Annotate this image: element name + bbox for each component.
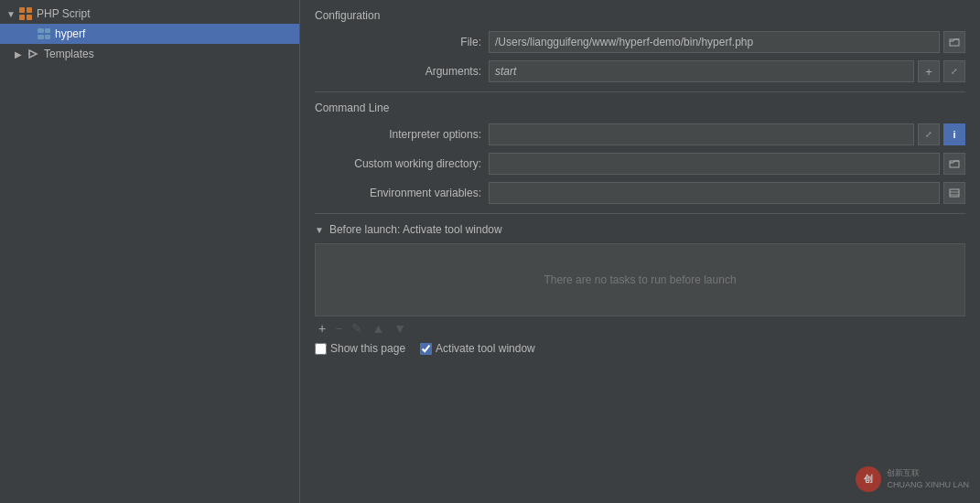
before-launch-title: Before launch: Activate tool window [329, 223, 502, 236]
show-page-checkbox[interactable] [315, 343, 327, 355]
before-launch-section: ▼ Before launch: Activate tool window Th… [315, 223, 965, 337]
env-vars-input[interactable] [489, 182, 940, 204]
interpreter-input[interactable] [489, 123, 914, 145]
svg-rect-7 [45, 35, 50, 39]
activate-tool-window-checkbox[interactable] [420, 343, 432, 355]
sidebar: ▼ PHP Script hyperf ▶ [0, 0, 300, 503]
interpreter-field: ⤢ i [489, 123, 965, 145]
config-section: Configuration File: Arguments: + ⤢ [315, 9, 965, 82]
arguments-input[interactable] [489, 60, 914, 82]
working-dir-label: Custom working directory: [315, 157, 489, 170]
activate-tool-window-label: Activate tool window [436, 342, 535, 355]
before-launch-arrow[interactable]: ▼ [315, 225, 324, 235]
before-launch-header: ▼ Before launch: Activate tool window [315, 223, 965, 236]
env-vars-row: Environment variables: [315, 182, 965, 204]
divider-1 [315, 91, 965, 92]
edit-task-button[interactable]: ✎ [348, 320, 366, 337]
config-title: Configuration [315, 9, 965, 22]
working-dir-browse-button[interactable] [943, 153, 965, 175]
working-dir-row: Custom working directory: [315, 153, 965, 175]
env-vars-edit-button[interactable] [943, 182, 965, 204]
interpreter-row: Interpreter options: ⤢ i [315, 123, 965, 145]
watermark-text: 创新互联 CHUANG XINHU LAN [887, 467, 969, 490]
file-browse-button[interactable] [943, 31, 965, 53]
main-panel: Configuration File: Arguments: + ⤢ [300, 0, 980, 503]
working-dir-input[interactable] [489, 153, 940, 175]
tree-arrow-php: ▼ [5, 8, 16, 19]
file-input[interactable] [489, 31, 940, 53]
templates-label: Templates [44, 48, 94, 60]
env-vars-field [489, 182, 965, 204]
interpreter-info-button[interactable]: i [943, 123, 965, 145]
php-script-label: PHP Script [37, 7, 90, 20]
divider-2 [315, 213, 965, 214]
file-row: File: [315, 31, 965, 53]
interpreter-expand-button[interactable]: ⤢ [918, 123, 940, 145]
svg-rect-3 [27, 15, 32, 20]
svg-rect-5 [38, 35, 44, 39]
watermark: 创 创新互联 CHUANG XINHU LAN [856, 466, 969, 492]
sidebar-item-templates[interactable]: ▶ Templates [0, 44, 299, 64]
hyperf-label: hyperf [55, 27, 85, 40]
command-line-section: Command Line Interpreter options: ⤢ i Cu… [315, 102, 965, 204]
arguments-field: + ⤢ [489, 60, 965, 82]
svg-rect-6 [45, 28, 50, 33]
env-vars-label: Environment variables: [315, 187, 489, 199]
arguments-label: Arguments: [315, 65, 489, 78]
arguments-add-button[interactable]: + [918, 60, 940, 82]
tree-arrow-templates: ▶ [13, 48, 24, 59]
arguments-expand-button[interactable]: ⤢ [943, 60, 965, 82]
command-line-title: Command Line [315, 102, 965, 114]
php-script-icon [18, 6, 33, 21]
sidebar-item-php-script[interactable]: ▼ PHP Script [0, 4, 299, 24]
before-launch-area: There are no tasks to run before launch [315, 243, 965, 316]
sidebar-item-hyperf[interactable]: hyperf [0, 24, 299, 44]
arguments-row: Arguments: + ⤢ [315, 60, 965, 82]
footer-row: Show this page Activate tool window [315, 342, 965, 355]
before-launch-toolbar: + − ✎ ▲ ▼ [315, 320, 965, 337]
interpreter-label: Interpreter options: [315, 128, 489, 141]
show-page-checkbox-label[interactable]: Show this page [315, 342, 405, 355]
before-launch-empty-text: There are no tasks to run before launch [544, 273, 736, 286]
templates-icon [26, 47, 40, 61]
svg-rect-1 [27, 7, 32, 13]
svg-rect-4 [38, 28, 44, 33]
svg-rect-0 [19, 7, 25, 13]
svg-rect-2 [19, 15, 25, 20]
move-up-button[interactable]: ▲ [368, 320, 388, 337]
file-label: File: [315, 36, 489, 48]
show-page-label: Show this page [330, 342, 405, 355]
move-down-button[interactable]: ▼ [390, 320, 410, 337]
file-field [489, 31, 965, 53]
activate-tool-window-checkbox-label[interactable]: Activate tool window [420, 342, 535, 355]
svg-rect-11 [950, 189, 959, 197]
working-dir-field [489, 153, 965, 175]
add-task-button[interactable]: + [315, 320, 329, 337]
watermark-logo: 创 [856, 466, 881, 492]
hyperf-icon [37, 27, 51, 41]
remove-task-button[interactable]: − [331, 320, 346, 337]
